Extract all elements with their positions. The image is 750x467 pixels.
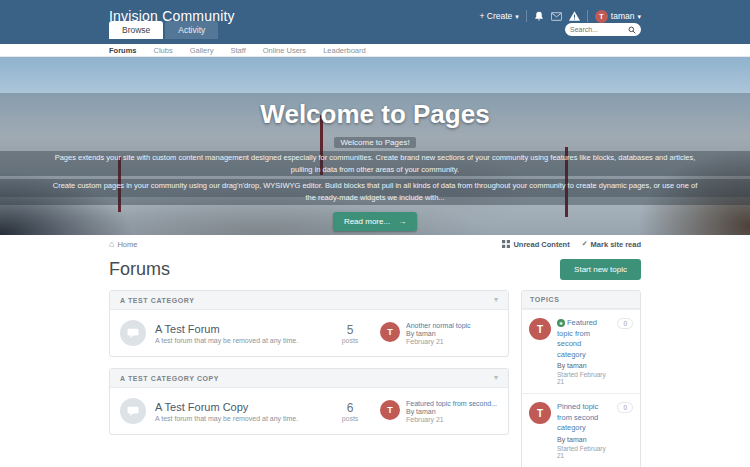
topic-title-link[interactable]: Pinned topic from second category — [557, 402, 611, 434]
hero-paragraph-1: Pages extends your site with custom cont… — [0, 151, 750, 176]
sidebar-title: TOPICS — [522, 291, 640, 309]
tab-browse[interactable]: Browse — [109, 21, 163, 39]
topic-author-avatar[interactable]: T — [529, 318, 551, 340]
topic-started-date: Started February 21 — [557, 371, 611, 385]
create-button[interactable]: + Create ▾ — [480, 11, 519, 21]
chevron-down-icon[interactable]: ▾ — [494, 374, 498, 382]
subnav-item-online-users[interactable]: Online Users — [263, 46, 306, 55]
replies-count-badge: 0 — [617, 402, 633, 413]
subnav-item-staff[interactable]: Staff — [230, 46, 245, 55]
check-icon: ✓ — [582, 240, 588, 248]
last-topic-author: By taman — [406, 408, 497, 415]
forum-stats: 6 posts — [329, 401, 371, 422]
forum-title-link[interactable]: A Test Forum Copy — [155, 401, 320, 413]
user-menu[interactable]: T taman ▾ — [595, 10, 641, 23]
last-topic-author: By taman — [406, 330, 471, 337]
notifications-bell-icon[interactable] — [534, 11, 544, 22]
last-poster-avatar[interactable]: T — [380, 322, 400, 342]
header-divider — [526, 10, 527, 22]
user-avatar: T — [595, 10, 608, 23]
user-name: taman — [611, 11, 635, 21]
last-topic-link[interactable]: Another normal topic — [406, 322, 471, 329]
comments-icon — [120, 398, 146, 424]
page-title: Forums — [109, 259, 170, 280]
replies-count-badge: 0 — [617, 318, 633, 329]
search-bar — [565, 23, 641, 36]
unread-content-label: Unread Content — [513, 240, 569, 249]
subnav-item-clubs[interactable]: Clubs — [154, 46, 173, 55]
mark-site-read-link[interactable]: ✓ Mark site read — [582, 240, 641, 249]
breadcrumb-bar-top: ⌂ Home Unread Content ✓ Mark site read — [0, 235, 750, 253]
header-divider — [587, 10, 588, 22]
home-icon: ⌂ — [109, 240, 114, 249]
topic-author: By taman — [557, 436, 611, 443]
featured-star-icon: ★ — [557, 319, 565, 327]
posts-label: posts — [329, 337, 371, 344]
messages-envelope-icon[interactable] — [551, 12, 562, 21]
last-topic-date[interactable]: February 21 — [406, 416, 497, 423]
forums-list: A TEST CATEGORY ▾ A Test Forum A test fo… — [109, 290, 509, 446]
hero-subtitle: Welcome to Pages! — [334, 137, 415, 148]
reports-warning-icon[interactable] — [569, 11, 580, 21]
search-input[interactable] — [570, 26, 628, 33]
category-title: A TEST CATEGORY — [120, 297, 194, 304]
forum-description: A test forum that may be removed at any … — [155, 337, 320, 344]
create-button-label: + Create — [480, 11, 513, 21]
start-new-topic-button[interactable]: Start new topic — [560, 259, 641, 280]
category-header[interactable]: A TEST CATEGORY ▾ — [110, 291, 508, 310]
secondary-nav: Forums Clubs Gallery Staff Online Users … — [0, 44, 750, 57]
forum-row: A Test Forum Copy A test forum that may … — [110, 388, 508, 434]
topics-sidebar: TOPICS T ★Featured topic from second cat… — [521, 290, 641, 467]
hero-banner: Welcome to Pages Welcome to Pages! Pages… — [0, 57, 750, 235]
search-icon[interactable] — [628, 26, 636, 34]
breadcrumb-home-label: Home — [117, 240, 137, 249]
sidebar-topic-row: T Pinned topic from second category By t… — [522, 393, 640, 467]
grid-icon — [502, 240, 510, 248]
read-more-button[interactable]: Read more... → — [333, 212, 417, 231]
topic-author-avatar[interactable]: T — [529, 402, 551, 424]
sidebar-topic-row: T ★Featured topic from second category B… — [522, 309, 640, 393]
forum-row: A Test Forum A test forum that may be re… — [110, 310, 508, 356]
unread-content-link[interactable]: Unread Content — [502, 240, 569, 249]
category-title: A TEST CATEGORY COPY — [120, 375, 219, 382]
site-header: Invision Community + Create ▾ T — [0, 0, 750, 44]
subnav-item-gallery[interactable]: Gallery — [190, 46, 214, 55]
posts-label: posts — [329, 415, 371, 422]
forum-title-link[interactable]: A Test Forum — [155, 323, 320, 335]
posts-count: 6 — [329, 401, 371, 415]
forum-stats: 5 posts — [329, 323, 371, 344]
last-topic-link[interactable]: Featured topic from second... — [406, 400, 497, 407]
topic-author: By taman — [557, 362, 611, 369]
topic-started-date: Started February 21 — [557, 445, 611, 459]
caret-down-icon: ▾ — [515, 13, 519, 20]
category-header[interactable]: A TEST CATEGORY COPY ▾ — [110, 369, 508, 388]
breadcrumb-home[interactable]: ⌂ Home — [109, 240, 137, 249]
hero-paragraph-2: Create custom pages in your community us… — [0, 179, 750, 204]
subnav-item-leaderboard[interactable]: Leaderboard — [323, 46, 366, 55]
last-topic-date[interactable]: February 21 — [406, 338, 471, 345]
topic-title-link[interactable]: ★Featured topic from second category — [557, 318, 611, 360]
read-more-label: Read more... — [344, 217, 390, 226]
category-card: A TEST CATEGORY COPY ▾ A Test Forum Copy… — [109, 368, 509, 435]
tab-activity[interactable]: Activity — [165, 21, 218, 39]
posts-count: 5 — [329, 323, 371, 337]
forum-description: A test forum that may be removed at any … — [155, 415, 320, 422]
caret-down-icon: ▾ — [637, 13, 641, 20]
comments-icon — [120, 320, 146, 346]
mark-site-read-label: Mark site read — [591, 240, 641, 249]
subnav-item-forums[interactable]: Forums — [109, 46, 137, 55]
chevron-down-icon[interactable]: ▾ — [494, 296, 498, 304]
last-poster-avatar[interactable]: T — [380, 400, 400, 420]
arrow-right-icon: → — [398, 217, 406, 226]
hero-title: Welcome to Pages — [0, 99, 750, 130]
category-card: A TEST CATEGORY ▾ A Test Forum A test fo… — [109, 290, 509, 357]
primary-tabs: Browse Activity — [109, 21, 218, 39]
